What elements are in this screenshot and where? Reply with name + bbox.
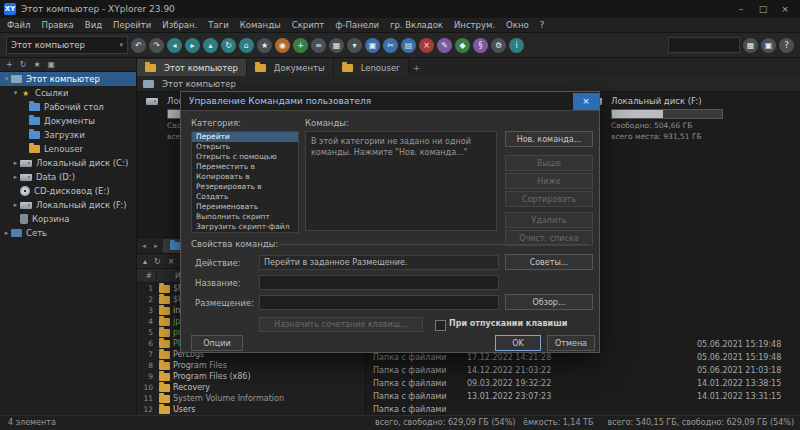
name-input[interactable] — [259, 275, 499, 290]
release-key-checkbox[interactable] — [435, 320, 446, 331]
delete-icon[interactable]: × — [419, 38, 434, 53]
minimize-button[interactable]: – — [730, 0, 752, 18]
favorites-tree-icon[interactable]: ★ — [33, 60, 40, 69]
window-titlebar[interactable]: XY Этот компьютер - XYplorer 23.90 – □ × — [0, 0, 800, 18]
close-button[interactable]: × — [774, 0, 796, 18]
category-item-6[interactable]: Создать — [192, 192, 298, 202]
tree-item-9[interactable]: ▸Локальный диск (F:) — [0, 198, 136, 212]
scroll-left-icon[interactable]: ◂ — [139, 242, 149, 250]
menu-item-8[interactable]: ф-Панели — [335, 20, 379, 30]
browse-button[interactable]: Обзор... — [505, 294, 593, 310]
forward-icon[interactable]: ▸ — [185, 38, 200, 53]
assign-shortcut-button[interactable]: Назначить сочетание клавиш... — [259, 317, 423, 332]
expander-icon[interactable]: ▾ — [2, 75, 11, 83]
desktop-row-7[interactable]: 8Program Files — [137, 360, 365, 371]
menu-item-10[interactable]: Инструм. — [454, 20, 495, 30]
lock-tree-icon[interactable]: ▣ — [48, 60, 56, 69]
up-icon[interactable]: ▴ — [143, 257, 147, 266]
tree-item-4[interactable]: Загрузки — [0, 128, 136, 142]
dialog-titlebar[interactable]: Управление Командами пользователя × — [181, 92, 599, 111]
category-item-3[interactable]: Переместить в — [192, 162, 298, 172]
tree-item-3[interactable]: Документы — [0, 114, 136, 128]
menu-item-3[interactable]: Перейти — [113, 20, 151, 30]
maximize-button[interactable]: □ — [752, 0, 774, 18]
tab-2[interactable]: Lenouser — [334, 59, 409, 76]
desktop-row-9[interactable]: 10Recovery — [137, 382, 365, 393]
tree-item-6[interactable]: ▸Локальный диск (C:) — [0, 156, 136, 170]
expander-icon[interactable]: ▸ — [11, 173, 20, 181]
menu-item-7[interactable]: Скрипт — [292, 20, 325, 30]
refresh-tree-icon[interactable]: ↻ — [20, 60, 27, 69]
cancel-button[interactable]: Отмена — [547, 335, 595, 351]
desktop-row-10[interactable]: 11System Volume Information — [137, 393, 365, 404]
expander-icon[interactable]: ▸ — [2, 229, 11, 237]
view-list-icon[interactable]: ≡ — [311, 38, 326, 53]
undo-icon[interactable]: ↶ — [131, 38, 146, 53]
category-item-8[interactable]: Выполнить скрипт — [192, 212, 298, 222]
menu-item-9[interactable]: гр. Вкладок — [390, 20, 443, 30]
commands-listbox[interactable]: В этой категории не задано ни одной кома… — [305, 131, 497, 231]
move-up-button[interactable]: Выше — [505, 155, 593, 171]
cut-icon[interactable]: ✂ — [383, 38, 398, 53]
menu-item-12[interactable]: ? — [540, 20, 545, 30]
ok-button[interactable]: OK — [495, 335, 541, 351]
drive-tile-3[interactable]: Локальный диск (F:)Свободно: 504,66 ГБвс… — [590, 96, 748, 141]
menu-item-11[interactable]: Окно — [506, 20, 529, 30]
highlight-icon[interactable]: ◉ — [275, 38, 290, 53]
view-details-icon[interactable]: ▦ — [329, 38, 344, 53]
move-down-button[interactable]: Ниже — [505, 173, 593, 189]
category-item-9[interactable]: Загрузить скрипт-файл — [192, 222, 298, 232]
menu-item-6[interactable]: Команды — [240, 20, 281, 30]
desktop-row-8[interactable]: 9Program Files (x86) — [137, 371, 365, 382]
up-icon[interactable]: ▴ — [203, 38, 218, 53]
tree-item-7[interactable]: ▸Data (D:) — [0, 170, 136, 184]
new-tab-button[interactable]: + — [409, 59, 425, 76]
category-listbox[interactable]: ПерейтиОткрытьОткрыть с помощьюПеремести… — [191, 131, 299, 233]
rename-icon[interactable]: ✎ — [437, 38, 452, 53]
tab-1[interactable]: Документы — [247, 59, 334, 76]
info-icon[interactable]: i — [509, 38, 524, 53]
favorites-icon[interactable]: ★ — [257, 38, 272, 53]
filter-icon[interactable]: ▾ — [347, 38, 362, 53]
tips-button[interactable]: Советы... — [505, 254, 593, 270]
address-combobox[interactable]: Этот компьютер ▾ — [6, 36, 128, 54]
location-input[interactable] — [259, 295, 499, 310]
tree-item-2[interactable]: Рабочий стол — [0, 100, 136, 114]
breadcrumb[interactable]: Этот компьютер — [137, 76, 800, 92]
layout-icon[interactable]: ▦ — [743, 38, 758, 53]
desktop-row-11[interactable]: 12Users — [137, 404, 365, 415]
expander-icon[interactable]: ▸ — [11, 159, 20, 167]
new-tab-icon[interactable]: + — [6, 60, 13, 69]
tree-item-0[interactable]: ▾Этот компьютер — [0, 72, 136, 86]
search-input[interactable] — [668, 37, 740, 53]
dual-pane-icon[interactable]: ▣ — [761, 38, 776, 53]
home-icon[interactable]: ⌂ — [239, 38, 254, 53]
expander-icon[interactable]: ▸ — [11, 201, 20, 209]
tree-item-11[interactable]: ▸Сеть — [0, 226, 136, 240]
menu-item-5[interactable]: Таги — [208, 20, 228, 30]
options-button[interactable]: Опции — [191, 335, 243, 351]
new-folder-icon[interactable]: + — [293, 38, 308, 53]
redo-icon[interactable]: ↷ — [149, 38, 164, 53]
stop-icon[interactable]: × — [168, 257, 175, 266]
help-icon[interactable]: ? — [779, 38, 794, 53]
new-command-button[interactable]: Нов. команда... — [505, 131, 593, 147]
menu-item-0[interactable]: Файл — [7, 20, 30, 30]
category-item-0[interactable]: Перейти — [192, 132, 298, 142]
category-item-4[interactable]: Копировать в — [192, 172, 298, 182]
category-item-2[interactable]: Открыть с помощью — [192, 152, 298, 162]
tab-0[interactable]: Этот компьютер — [137, 59, 247, 76]
expander-icon[interactable]: ▾ — [11, 89, 20, 97]
category-item-1[interactable]: Открыть — [192, 142, 298, 152]
tree-item-10[interactable]: Корзина — [0, 212, 136, 226]
category-item-5[interactable]: Резервировать в — [192, 182, 298, 192]
tree-item-5[interactable]: Lenouser — [0, 142, 136, 156]
menu-item-4[interactable]: Избран. — [162, 20, 197, 30]
settings-icon[interactable]: ⚙ — [491, 38, 506, 53]
category-item-7[interactable]: Переименовать — [192, 202, 298, 212]
copy-icon[interactable]: ▣ — [365, 38, 380, 53]
script-icon[interactable]: § — [473, 38, 488, 53]
refresh-icon[interactable]: ↻ — [154, 257, 161, 266]
delete-button[interactable]: Удалить — [505, 212, 593, 228]
column-number[interactable]: # — [137, 271, 157, 280]
